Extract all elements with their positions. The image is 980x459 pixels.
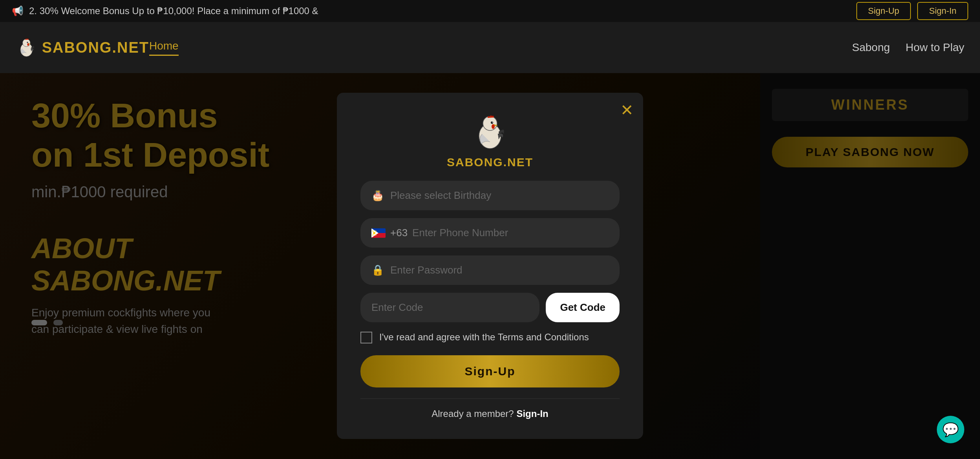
birthday-field[interactable]: 🎂 — [360, 181, 620, 210]
announcement-bar: 📢 2. 30% Welcome Bonus Up to ₱10,000! Pl… — [0, 0, 980, 22]
terms-text: I've read and agree with the Terms and C… — [379, 330, 589, 344]
modal-logo-area: SABONG.NET — [447, 112, 533, 169]
phone-field[interactable]: +63 — [360, 218, 620, 248]
code-row: Get Code — [360, 293, 620, 322]
rooster-icon-header — [16, 28, 37, 67]
top-signup-button[interactable]: Sign-Up — [856, 2, 911, 20]
password-input[interactable] — [390, 264, 609, 276]
ph-flag-icon — [371, 228, 386, 238]
nav-howtoplay[interactable]: How to Play — [906, 41, 964, 54]
logo-area: SABONG.NET — [16, 28, 149, 67]
nav-items: Home — [149, 40, 852, 56]
svg-point-16 — [373, 234, 374, 235]
phone-prefix: +63 — [390, 227, 408, 239]
phone-input[interactable] — [412, 227, 609, 239]
svg-point-4 — [27, 43, 29, 46]
already-member-text: Already a member? Sign-In — [431, 408, 548, 419]
signup-button[interactable]: Sign-Up — [360, 355, 620, 387]
terms-checkbox[interactable] — [360, 332, 372, 343]
signup-modal: ✕ SABONG.NET — [337, 93, 643, 439]
birthday-input[interactable] — [390, 189, 609, 202]
header: SABONG.NET Home Sabong How to Play — [0, 22, 980, 73]
get-code-button[interactable]: Get Code — [546, 293, 620, 322]
birthday-icon: 🎂 — [371, 189, 384, 202]
terms-row: I've read and agree with the Terms and C… — [360, 330, 620, 344]
password-field[interactable]: 🔒 — [360, 255, 620, 285]
svg-point-8 — [492, 122, 493, 123]
announcement-left: 📢 2. 30% Welcome Bonus Up to ₱10,000! Pl… — [12, 6, 318, 17]
nav-sabong[interactable]: Sabong — [852, 41, 890, 54]
chat-button[interactable]: 💬 — [937, 416, 964, 443]
svg-point-13 — [373, 232, 375, 234]
megaphone-icon: 📢 — [12, 6, 24, 17]
chat-icon: 💬 — [942, 422, 959, 437]
separator — [360, 398, 620, 399]
modal-overlay: ✕ SABONG.NET — [0, 73, 980, 459]
announcement-text: 2. 30% Welcome Bonus Up to ₱10,000! Plac… — [29, 6, 318, 17]
svg-point-1 — [22, 39, 30, 47]
password-field-group: 🔒 — [360, 255, 620, 285]
signin-link[interactable]: Sign-In — [516, 408, 548, 419]
main-content: 30% Bonus on 1st Deposit min.₱1000 requi… — [0, 73, 980, 459]
logo-text: SABONG.NET — [42, 39, 149, 56]
top-signin-button[interactable]: Sign-In — [917, 2, 968, 20]
announcement-right: Sign-Up Sign-In — [856, 2, 968, 20]
modal-close-button[interactable]: ✕ — [620, 102, 634, 118]
svg-point-14 — [373, 230, 374, 231]
svg-point-15 — [375, 230, 377, 231]
svg-point-3 — [27, 42, 28, 42]
birthday-field-group: 🎂 — [360, 181, 620, 210]
nav-right: Sabong How to Play — [852, 41, 964, 54]
already-text: Already a member? — [431, 408, 514, 419]
svg-point-6 — [483, 116, 497, 130]
svg-point-17 — [375, 234, 377, 235]
modal-rooster-icon — [470, 112, 510, 152]
svg-point-2 — [27, 42, 28, 43]
code-input[interactable] — [360, 293, 539, 322]
svg-point-7 — [491, 121, 493, 124]
lock-icon: 🔒 — [371, 264, 384, 276]
svg-point-9 — [492, 124, 495, 129]
nav-home[interactable]: Home — [149, 40, 179, 56]
modal-logo-text: SABONG.NET — [447, 156, 533, 169]
